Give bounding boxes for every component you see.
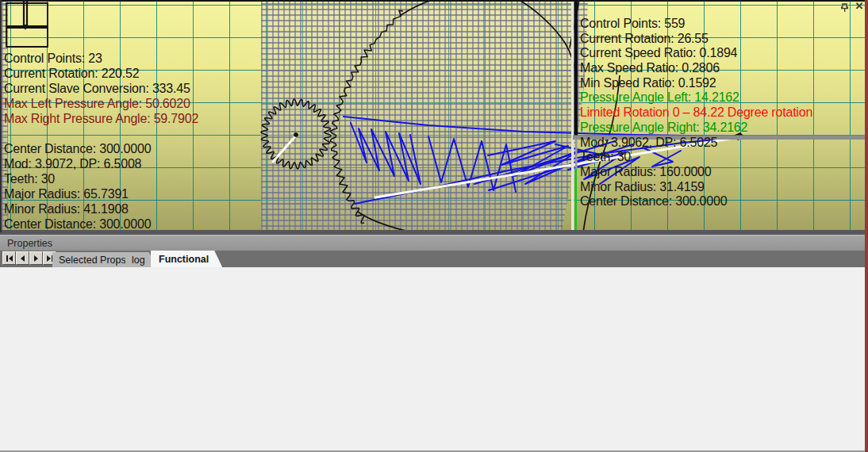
panel-titlebar[interactable]: Properties: [0, 235, 865, 251]
application-window: Control Points: 23Current Rotation: 220.…: [0, 0, 868, 452]
stat-line: Limited Rotation 0 – 84.22 Degree rotati…: [580, 105, 812, 121]
stat-line: Control Points: 559: [580, 17, 812, 32]
tab-scroll-next-button[interactable]: [29, 251, 43, 265]
stat-line: Mod: 3.9072, DP: 6.5008: [4, 156, 198, 171]
stat-line: Center Distance: 300.0000: [580, 194, 812, 209]
stat-line: Pressure Angle Left: 14.2162: [580, 90, 812, 105]
window-border-left: [0, 0, 2, 232]
panel-title: Properties: [7, 238, 52, 249]
gear-viewport[interactable]: Control Points: 23Current Rotation: 220.…: [0, 0, 868, 232]
stat-line: Center Distance: 300.0000: [4, 141, 198, 156]
close-icon[interactable]: ✕: [854, 0, 865, 13]
stat-line: Max Speed Ratio: 0.2806: [580, 61, 812, 76]
stat-line: Max Right Pressure Angle: 59.7902: [4, 111, 198, 126]
stat-line: Current Rotation: 26.55: [580, 32, 812, 47]
stat-line: Minor Radius: 41.1908: [4, 201, 198, 216]
right-stats-overlay: Control Points: 559Current Rotation: 26.…: [580, 17, 812, 209]
window-border-right: [865, 0, 868, 452]
stat-line: Teeth: 30: [4, 171, 198, 186]
tab-functional[interactable]: Functional: [151, 251, 222, 267]
stat-line: Teeth: 30: [580, 150, 812, 165]
left-stats-overlay: Control Points: 23Current Rotation: 220.…: [4, 51, 198, 232]
stat-line: Max Left Pressure Angle: 50.6020: [4, 96, 198, 111]
stat-line: [4, 126, 198, 141]
stat-line: Min Speed Ratio: 0.1592: [580, 76, 812, 91]
stat-line: Major Radius: 160.0000: [580, 165, 812, 180]
stat-line: Minor Radius: 31.4159: [580, 180, 812, 195]
tab-strip: Selected Props log Functional: [0, 251, 865, 267]
stat-line: Control Points: 23: [4, 51, 198, 66]
tab-scroll-first-button[interactable]: [2, 251, 16, 265]
stat-line: Current Speed Ratio: 0.1894: [580, 46, 812, 61]
functional-tab-content: [0, 267, 865, 450]
stat-line: Current Rotation: 220.52: [4, 66, 198, 81]
stat-line: Mod: 3.9062, DP: 6.5025: [580, 136, 812, 151]
stat-line: Current Slave Conversion: 333.45: [4, 81, 198, 96]
tab-selected-props[interactable]: Selected Props: [52, 252, 138, 267]
tab-scroll-prev-button[interactable]: [16, 251, 29, 265]
pin-icon[interactable]: [839, 2, 851, 13]
stat-line: Major Radius: 65.7391: [4, 186, 198, 201]
window-border-top: [0, 0, 865, 2]
stat-line: Pressure Angle Right: 34.2162: [580, 121, 812, 136]
